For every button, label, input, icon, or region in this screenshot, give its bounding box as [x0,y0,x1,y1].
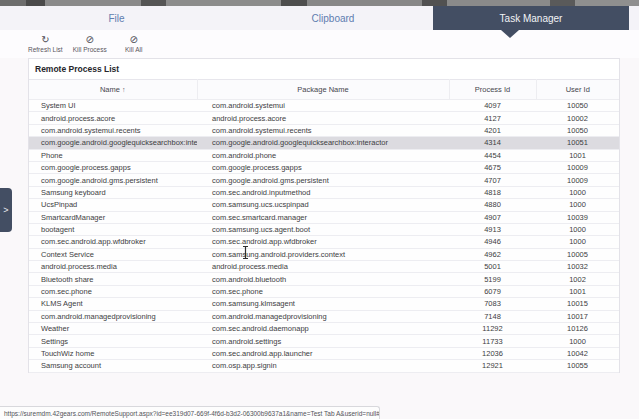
cell-user-id: 10009 [536,174,619,186]
table-row[interactable]: Samsung account com.osp.app.signin 12921… [29,360,619,372]
cell-package-name: com.android.systemui.recents [197,124,449,136]
tab-task-manager[interactable]: Task Manager [433,6,629,30]
remote-process-list-panel: Remote Process List Name ↑ Package Name … [28,58,620,373]
table-row[interactable]: com.google.process.gapps com.google.proc… [29,161,619,173]
table-row[interactable]: Weather com.sec.android.daemonapp 11292 … [29,323,619,335]
table-row[interactable]: Settings com.android.settings 11733 1000 [29,335,619,347]
column-header-process-id[interactable]: Process Id [449,80,536,100]
panel-title: Remote Process List [29,59,619,79]
cell-package-name: com.sec.android.app.launcher [197,347,449,359]
table-row[interactable]: Bluetooth share com.android.bluetooth 51… [29,273,619,285]
cell-package-name: com.sec.android.daemonapp [197,323,449,335]
cell-package-name: com.samsung.ucs.agent.boot [197,223,449,235]
cell-user-id: 1000 [536,236,619,248]
kill-all-button[interactable]: ⊘ Kill All [117,35,151,53]
cell-package-name: com.android.bluetooth [197,273,449,285]
table-row[interactable]: SmartcardManager com.sec.smartcard.manag… [29,211,619,223]
table-row[interactable]: com.google.android.googlequicksearchbox:… [29,137,619,149]
cell-user-id: 10050 [536,100,619,112]
cell-user-id: 10126 [536,323,619,335]
cell-package-name: com.google.android.googlequicksearchbox:… [197,137,449,149]
table-row[interactable]: com.android.managedprovisioning com.andr… [29,310,619,322]
refresh-list-label: Refresh List [28,46,63,53]
table-row[interactable]: System UI com.android.systemui 4097 1005… [29,100,619,112]
cell-process-name: Context Service [29,248,197,260]
cell-process-id: 4454 [449,149,536,161]
side-panel-expander[interactable]: > [0,188,12,232]
cell-user-id: 1000 [536,186,619,198]
cell-process-name: android.process.acore [29,112,197,124]
kill-all-label: Kill All [125,46,142,53]
cell-package-name: com.android.managedprovisioning [197,310,449,322]
cell-package-name: com.sec.android.app.wfdbroker [197,236,449,248]
cell-process-name: UcsPinpad [29,199,197,211]
cell-process-id: 4818 [449,186,536,198]
cell-process-name: Bluetooth share [29,273,197,285]
column-header-package[interactable]: Package Name [197,80,449,100]
table-row[interactable]: Samsung keyboard com.sec.android.inputme… [29,186,619,198]
cell-package-name: com.android.settings [197,335,449,347]
cell-user-id: 1001 [536,285,619,297]
cell-package-name: com.google.process.gapps [197,161,449,173]
cell-user-id: 10032 [536,261,619,273]
cell-process-name: com.google.android.googlequicksearchbox:… [29,137,197,149]
cell-process-id: 4946 [449,236,536,248]
table-row[interactable]: Context Service com.samsung.android.prov… [29,248,619,260]
column-header-name-label: Name [100,85,120,94]
cell-package-name: com.samsung.ucs.ucspinpad [197,199,449,211]
cell-process-name: Phone [29,149,197,161]
cell-package-name: com.android.phone [197,149,449,161]
table-row[interactable]: android.process.media android.process.me… [29,261,619,273]
cell-process-id: 5001 [449,261,536,273]
cell-process-name: com.sec.phone [29,285,197,297]
refresh-icon: ↻ [41,35,49,45]
cell-process-name: com.android.systemui.recents [29,124,197,136]
cell-process-id: 7083 [449,298,536,310]
table-row[interactable]: com.android.systemui.recents com.android… [29,124,619,136]
cell-package-name: com.samsung.klmsagent [197,298,449,310]
table-row[interactable]: Phone com.android.phone 4454 1001 [29,149,619,161]
cell-process-name: com.google.android.gms.persistent [29,174,197,186]
tab-file[interactable]: File [0,6,233,30]
cell-process-name: com.google.process.gapps [29,161,197,173]
cell-user-id: 10051 [536,137,619,149]
table-row[interactable]: TouchWiz home com.sec.android.app.launch… [29,347,619,359]
chevron-right-icon: > [3,205,8,215]
column-header-user-id[interactable]: User Id [536,80,619,100]
tab-clipboard[interactable]: Clipboard [233,6,433,30]
kill-process-button[interactable]: ⊘ Kill Process [73,35,107,53]
table-row[interactable]: bootagent com.samsung.ucs.agent.boot 491… [29,223,619,235]
cell-process-name: com.sec.android.app.wfdbroker [29,236,197,248]
column-header-name[interactable]: Name ↑ [29,80,197,100]
tab-task-manager-label: Task Manager [500,13,563,24]
table-row[interactable]: com.sec.android.app.wfdbroker com.sec.an… [29,236,619,248]
cell-process-name: Samsung keyboard [29,186,197,198]
cell-user-id: 10042 [536,347,619,359]
sort-ascending-icon: ↑ [122,86,126,93]
cell-user-id: 10009 [536,161,619,173]
cell-process-name: Weather [29,323,197,335]
cell-process-id: 4880 [449,199,536,211]
cell-process-name: KLMS Agent [29,298,197,310]
cell-process-name: TouchWiz home [29,347,197,359]
cell-process-id: 4097 [449,100,536,112]
cell-user-id: 10017 [536,310,619,322]
cell-process-name: com.android.managedprovisioning [29,310,197,322]
cell-package-name: com.google.android.gms.persistent [197,174,449,186]
tab-bar: File Clipboard Task Manager [0,6,639,30]
cell-process-id: 5199 [449,273,536,285]
cell-process-id: 4201 [449,124,536,136]
cell-package-name: com.sec.android.inputmethod [197,186,449,198]
table-row[interactable]: com.google.android.gms.persistent com.go… [29,174,619,186]
table-row[interactable]: UcsPinpad com.samsung.ucs.ucspinpad 4880… [29,199,619,211]
cell-user-id: 1001 [536,149,619,161]
browser-link-status-bubble: https://suremdm.42gears.com/RemoteSuppor… [0,406,380,419]
refresh-list-button[interactable]: ↻ Refresh List [28,35,63,53]
cell-process-id: 4962 [449,248,536,260]
table-row[interactable]: com.sec.phone com.sec.phone 6079 1001 [29,285,619,297]
table-row[interactable]: KLMS Agent com.samsung.klmsagent 7083 10… [29,298,619,310]
mouse-ibeam-cursor [241,245,250,264]
cell-process-name: Settings [29,335,197,347]
table-row[interactable]: android.process.acore android.process.ac… [29,112,619,124]
cell-process-id: 6079 [449,285,536,297]
